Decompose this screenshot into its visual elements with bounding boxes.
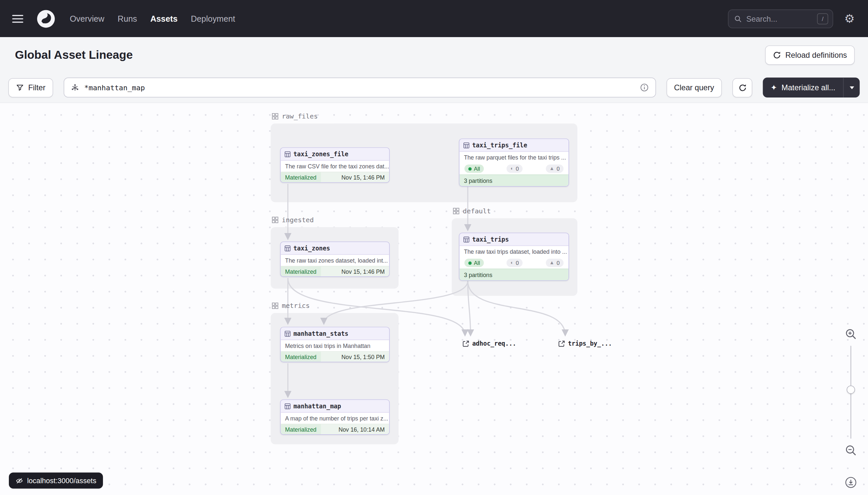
zoom-slider[interactable] (847, 346, 855, 439)
clear-query-label: Clear query (674, 83, 714, 92)
asset-name: adhoc_req... (472, 340, 516, 347)
warning-triangle-icon: ▲ (549, 260, 554, 265)
filter-icon (16, 84, 24, 91)
nav-deployment[interactable]: Deployment (191, 14, 235, 23)
settings-gear-icon[interactable]: ⚙ (844, 13, 855, 24)
group-icon (272, 217, 279, 223)
group-name: raw_files (282, 113, 318, 120)
pill-label: 0 (557, 165, 560, 172)
group-name: ingested (282, 216, 314, 224)
asset-node-taxi-zones-file[interactable]: taxi_zones_file The raw CSV file for the… (280, 148, 390, 183)
status-url-text: localhost:3000/assets (27, 476, 96, 484)
pill-label: All (474, 259, 480, 267)
asset-description: The raw taxi trips dataset, loaded into … (460, 246, 568, 257)
zoom-out-icon (845, 444, 857, 456)
asset-node-taxi-trips-file[interactable]: taxi_trips_file The raw parquet files fo… (459, 138, 569, 187)
nav-overview[interactable]: Overview (70, 14, 104, 23)
asset-node-taxi-zones[interactable]: taxi_zones The raw taxi zones dataset, l… (280, 242, 390, 277)
refresh-icon (773, 51, 781, 59)
asset-selection-icon (71, 83, 79, 91)
asset-name: taxi_zones (293, 244, 330, 252)
half-circle-icon: ◐ (510, 166, 513, 171)
logo-swirl-icon (36, 9, 55, 28)
status-badge: Materialized (281, 424, 321, 434)
asset-name: manhattan_map (293, 403, 341, 410)
asset-name: manhattan_stats (293, 330, 348, 337)
group-icon (272, 113, 279, 119)
materialize-dropdown-button[interactable] (843, 78, 860, 98)
partitions-all-pill[interactable]: All (464, 259, 484, 267)
zoom-out-button[interactable] (845, 444, 857, 456)
primary-nav: Overview Runs Assets Deployment (70, 14, 235, 23)
zoom-controls (845, 328, 857, 457)
partitions-missing-pill[interactable]: ▲0 (546, 259, 564, 267)
materialization-timestamp: Nov 16, 10:14 AM (321, 424, 389, 434)
partition-status-row: All ◐0 ▲0 (460, 163, 568, 174)
reload-definitions-button[interactable]: Reload definitions (765, 45, 855, 65)
zoom-slider-thumb[interactable] (847, 386, 855, 394)
asset-node-manhattan-stats[interactable]: manhattan_stats Metrics on taxi trips in… (280, 327, 390, 362)
materialization-timestamp: Nov 15, 1:46 PM (321, 172, 389, 182)
partitions-missing-pill[interactable]: ▲0 (546, 165, 564, 173)
dagster-logo[interactable] (36, 9, 55, 28)
zoom-in-icon (845, 328, 857, 340)
asset-selection-value: *manhattan_map (84, 83, 635, 91)
group-label-raw-files[interactable]: raw_files (272, 113, 318, 120)
info-icon[interactable] (640, 83, 649, 92)
group-icon (272, 302, 279, 309)
group-label-metrics[interactable]: metrics (272, 302, 310, 310)
lineage-toolbar: Filter *manhattan_map (0, 72, 868, 102)
partitions-count: 3 partitions (460, 175, 568, 186)
download-graph-button[interactable] (845, 476, 857, 489)
asset-node-trips-by[interactable]: trips_by_... (558, 340, 612, 347)
eye-off-icon (15, 477, 23, 484)
group-label-default[interactable]: default (453, 207, 491, 215)
partitions-failed-pill[interactable]: ◐0 (507, 259, 523, 267)
materialization-timestamp: Nov 15, 1:50 PM (321, 352, 389, 362)
external-link-icon (462, 340, 470, 347)
asset-selection-input[interactable]: *manhattan_map (64, 78, 656, 98)
group-name: default (463, 207, 491, 215)
reload-definitions-label: Reload definitions (785, 51, 847, 59)
partitions-failed-pill[interactable]: ◐0 (507, 165, 523, 173)
table-icon (284, 330, 291, 337)
pill-label: 0 (557, 259, 560, 267)
table-icon (284, 245, 291, 252)
zoom-in-button[interactable] (845, 328, 857, 340)
asset-name: taxi_trips_file (472, 141, 527, 149)
asset-node-adhoc-request[interactable]: adhoc_req... (462, 340, 516, 347)
partitions-all-pill[interactable]: All (464, 165, 484, 173)
lineage-canvas[interactable]: raw_files ingested default metrics (0, 102, 868, 495)
group-label-ingested[interactable]: ingested (272, 216, 314, 224)
pill-label: 0 (516, 165, 519, 172)
table-icon (463, 236, 470, 243)
menu-icon[interactable] (12, 15, 23, 23)
filter-button[interactable]: Filter (8, 78, 53, 97)
partition-status-row: All ◐0 ▲0 (460, 257, 568, 269)
navbar-right: Search... / ⚙ (728, 9, 854, 28)
status-badge: Materialized (281, 172, 321, 182)
group-name: metrics (282, 302, 310, 310)
top-navbar: Overview Runs Assets Deployment Search..… (0, 0, 868, 37)
asset-node-manhattan-map[interactable]: manhattan_map A map of the number of tri… (280, 399, 390, 435)
table-icon (463, 142, 470, 148)
search-input[interactable]: Search... / (728, 9, 833, 28)
status-badge: Materialized (281, 352, 321, 362)
page-title: Global Asset Lineage (15, 48, 133, 62)
asset-description: A map of the number of trips per taxi z.… (281, 413, 389, 424)
refresh-graph-button[interactable] (732, 78, 752, 97)
green-dot-icon (468, 167, 472, 170)
materialize-all-button[interactable]: ✦ Materialize all... (763, 78, 843, 98)
asset-description: Metrics on taxi trips in Manhattan (281, 340, 389, 351)
nav-runs[interactable]: Runs (118, 14, 137, 23)
asset-name: taxi_trips (472, 236, 509, 243)
clear-query-button[interactable]: Clear query (666, 78, 722, 97)
status-url-bubble: localhost:3000/assets (9, 472, 103, 489)
status-badge: Materialized (281, 267, 321, 276)
nav-assets[interactable]: Assets (150, 14, 177, 23)
materialize-all-split-button: ✦ Materialize all... (763, 78, 860, 98)
external-link-icon (558, 340, 565, 347)
asset-node-taxi-trips[interactable]: taxi_trips The raw taxi trips dataset, l… (459, 233, 569, 281)
materialize-all-label: Materialize all... (781, 83, 835, 92)
filter-label: Filter (28, 83, 46, 92)
